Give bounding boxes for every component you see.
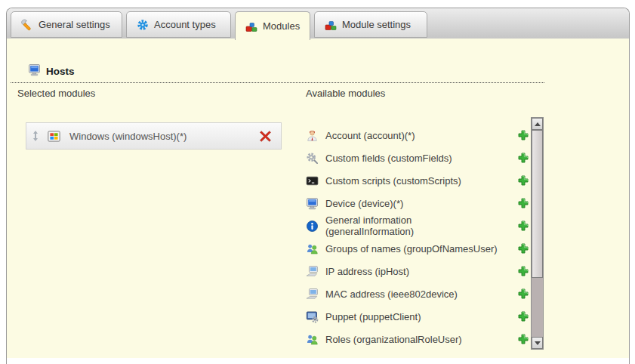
tab-account-types[interactable]: Account types: [126, 11, 231, 38]
add-module-button[interactable]: [517, 220, 529, 232]
scroll-up-button[interactable]: [532, 118, 543, 130]
tab-label: Module settings: [342, 19, 411, 30]
available-module-label: Puppet (puppetClient): [325, 311, 499, 322]
add-module-button[interactable]: [517, 174, 529, 187]
add-module-button[interactable]: [517, 310, 529, 322]
add-module-button[interactable]: [517, 265, 529, 277]
available-module-label: General information (generalInformation): [325, 214, 499, 237]
account-icon: [306, 129, 319, 142]
add-module-button[interactable]: [517, 333, 529, 345]
add-module-button[interactable]: [517, 152, 529, 164]
groups-icon: [306, 242, 319, 255]
modules-icon: [325, 19, 337, 31]
terminal-icon: [306, 174, 319, 187]
windows-icon: [48, 131, 60, 142]
tab-module-settings[interactable]: Module settings: [314, 11, 427, 38]
monitor-icon: [28, 63, 41, 79]
settings-panel: General settings Account types Modules M…: [6, 8, 630, 364]
screen-gear-icon: [306, 310, 319, 323]
available-module-row: MAC address (ieee802device): [306, 282, 531, 305]
available-module-row: Groups of names (groupOfNamesUser): [306, 237, 531, 260]
available-module-label: Groups of names (groupOfNamesUser): [325, 243, 499, 254]
available-module-label: Custom scripts (customScripts): [325, 175, 499, 187]
available-module-row: Device (device)(*): [306, 192, 531, 214]
gear-icon: [137, 19, 149, 31]
selected-module-label: Windows (windowsHost)(*): [69, 131, 259, 142]
tab-label: Account types: [154, 19, 216, 30]
add-module-button[interactable]: [517, 242, 529, 254]
tab-label: Modules: [263, 20, 300, 32]
tab-bar: General settings Account types Modules M…: [7, 8, 629, 39]
tab-label: General settings: [39, 19, 110, 30]
remove-module-button[interactable]: [259, 130, 272, 143]
tab-modules[interactable]: Modules: [235, 11, 310, 40]
available-module-label: Device (device)(*): [325, 198, 499, 209]
monitor-icon: [306, 197, 319, 210]
section-divider: [11, 82, 544, 83]
available-module-row: Account (account)(*): [306, 124, 531, 147]
section-header: Hosts: [28, 63, 75, 79]
selected-module-row: Windows (windowsHost)(*): [26, 122, 282, 150]
add-module-button[interactable]: [517, 129, 529, 141]
available-module-row: Custom scripts (customScripts): [306, 169, 531, 192]
available-module-row: Puppet (puppetClient): [306, 305, 531, 328]
add-module-button[interactable]: [517, 288, 529, 300]
available-module-label: MAC address (ieee802device): [325, 288, 499, 300]
scroll-down-button[interactable]: [532, 337, 543, 349]
selected-modules-heading: Selected modules: [17, 88, 95, 99]
workstation-icon: [306, 265, 319, 278]
groups-icon: [306, 333, 319, 346]
available-module-label: Account (account)(*): [325, 130, 499, 141]
workstation-icon: [306, 288, 319, 301]
available-module-label: Roles (organizationalRoleUser): [325, 334, 499, 345]
info-icon: [306, 220, 319, 233]
available-module-row: General information (generalInformation): [306, 214, 531, 237]
arrow-up-icon: [535, 122, 541, 126]
wrench-icon: [21, 19, 33, 31]
arrow-down-icon: [535, 341, 541, 345]
modules-tab-content: Hosts Selected modules Available modules…: [7, 39, 629, 358]
gear-magnifier-icon: [306, 152, 319, 165]
drag-handle-icon[interactable]: [32, 131, 40, 141]
available-module-row: Roles (organizationalRoleUser): [306, 328, 531, 350]
section-title: Hosts: [46, 66, 75, 77]
available-module-label: Custom fields (customFields): [325, 153, 499, 164]
available-modules-list: Account (account)(*) Custom fields (cust…: [306, 117, 531, 356]
modules-icon: [245, 20, 257, 32]
available-module-label: IP address (ipHost): [325, 266, 499, 277]
available-modules-heading: Available modules: [306, 88, 385, 99]
available-modules-scrollbar[interactable]: [531, 117, 544, 350]
add-module-button[interactable]: [517, 197, 529, 209]
available-module-row: Custom fields (customFields): [306, 147, 531, 169]
available-module-row: IP address (ipHost): [306, 260, 531, 282]
tab-general-settings[interactable]: General settings: [11, 11, 122, 38]
scrollbar-thumb[interactable]: [532, 130, 543, 278]
